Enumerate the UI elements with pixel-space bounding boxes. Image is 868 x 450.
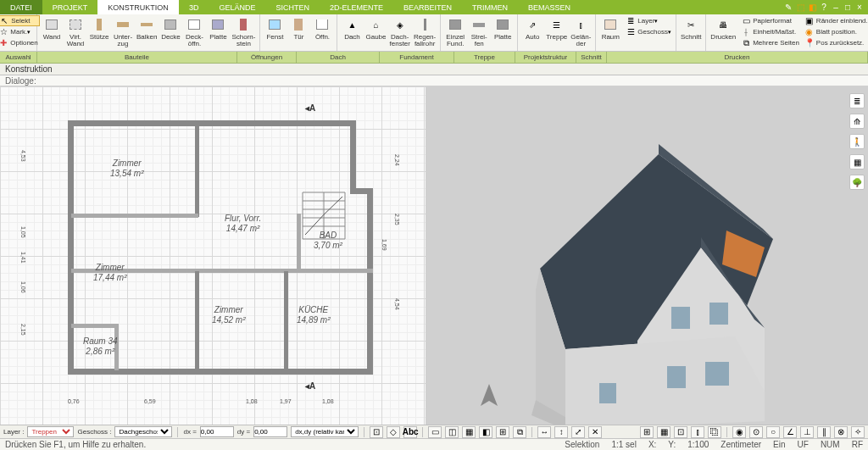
maximize-icon[interactable]: □ <box>843 3 853 13</box>
tab-bearbeiten[interactable]: BEARBEITEN <box>393 0 462 14</box>
platte-button[interactable]: Platte <box>206 15 230 48</box>
help-icon[interactable]: ? <box>819 3 829 13</box>
treppe-button[interactable]: ☰Treppe <box>544 15 569 48</box>
regenfallrohr-button[interactable]: Regen- fallrohr <box>412 15 437 48</box>
tab-bemassen[interactable]: BEMASSEN <box>518 0 581 14</box>
tool-icon[interactable]: ⬚ <box>795 3 805 13</box>
status-sel: 1:1 sel <box>611 440 636 449</box>
tool-icon[interactable]: ⧉ <box>513 426 526 438</box>
tool-icon[interactable]: ◧ <box>479 426 492 438</box>
tab-gelaende[interactable]: GELÄNDE <box>209 0 265 14</box>
einzelfund-button[interactable]: Einzel Fund. <box>443 15 467 48</box>
status-rf: RF <box>852 440 863 449</box>
snap-icon[interactable]: ∠ <box>783 426 797 438</box>
subtab-konstruktion[interactable]: Konstruktion <box>5 64 53 74</box>
tool-icon[interactable]: ✕ <box>588 426 602 438</box>
dachfenster-button[interactable]: ◈Dach- fenster <box>388 15 412 48</box>
balken-button[interactable]: Balken <box>135 15 159 48</box>
dach-button[interactable]: ▲Dach <box>340 15 364 48</box>
dimension: 4,53 <box>20 150 26 162</box>
tool-icon[interactable]: ⤢ <box>571 426 585 438</box>
snap-icon[interactable]: ⊙ <box>749 426 763 438</box>
tab-3d[interactable]: 3D <box>179 0 209 14</box>
papierformat-button[interactable]: ▭Papierformat <box>739 15 801 26</box>
text-icon[interactable]: Abc <box>403 426 417 438</box>
tab-datei[interactable]: DATEI <box>0 0 42 14</box>
snap-icon[interactable]: ◉ <box>732 426 746 438</box>
snap-icon[interactable]: ∥ <box>817 426 831 438</box>
grid-tool-icon[interactable]: ⊞ <box>640 426 654 438</box>
3d-view[interactable]: ≣ ⟰ 🚶 ▦ 🌳 <box>426 86 868 425</box>
virt-wand-button[interactable]: Virt. Wand <box>64 15 87 48</box>
wand-button[interactable]: Wand <box>40 15 64 48</box>
geschoss-button[interactable]: ☰Geschoss▾ <box>624 26 673 37</box>
gelaender-button[interactable]: ⫿Gelän- der <box>569 15 593 48</box>
snap-endpoint-icon[interactable]: ⊡ <box>370 426 383 438</box>
schnitt-button[interactable]: ✂Schnitt <box>679 15 703 42</box>
tool-icon[interactable]: ⊞ <box>496 426 509 438</box>
oeffn-button[interactable]: Öffn. <box>310 15 334 42</box>
pages-icon: ⧉ <box>741 38 751 48</box>
unterzug-button[interactable]: Unter- zug <box>111 15 135 48</box>
snap-icon[interactable]: ○ <box>766 426 780 438</box>
snap-icon[interactable]: ⊥ <box>800 426 814 438</box>
layer-button[interactable]: ≣Layer▾ <box>624 15 673 26</box>
minimize-icon[interactable]: – <box>831 3 841 13</box>
deckoeffn-button[interactable]: Deck- öffn. <box>182 15 206 48</box>
geschoss-label: Geschoss : <box>77 428 111 436</box>
tab-2d-elemente[interactable]: 2D-ELEMENTE <box>320 0 393 14</box>
snap-icon[interactable]: ⊗ <box>834 426 848 438</box>
tab-trimmen[interactable]: TRIMMEN <box>462 0 518 14</box>
tool-icon[interactable]: ✎ <box>783 3 793 13</box>
pos-button[interactable]: 📍Pos zurücksetz. <box>803 37 868 48</box>
tool-icon[interactable]: ◧ <box>807 3 817 13</box>
auto-button[interactable]: ⇗Auto <box>520 15 544 48</box>
snap-icon[interactable]: ✧ <box>851 426 865 438</box>
snap-mid-icon[interactable]: ◇ <box>387 426 400 438</box>
schornstein-button[interactable]: Schorn- stein <box>230 15 257 48</box>
einheit-button[interactable]: ⟊Einheit/Maßst. <box>739 26 801 37</box>
mark-button[interactable]: ☆Mark.▾ <box>0 26 40 37</box>
2d-view[interactable]: Zimmer13,54 m² Zimmer17,44 m² Zimmer14,5… <box>0 86 426 425</box>
tab-sichten[interactable]: SICHTEN <box>265 0 320 14</box>
raender-button[interactable]: ▣Ränder einblend. <box>803 15 868 26</box>
optionen-button[interactable]: ✚Optionen <box>0 37 40 48</box>
dimension: 0,76 <box>68 398 80 404</box>
walk-icon[interactable]: 🚶 <box>849 134 865 149</box>
window-icon <box>266 16 283 33</box>
tool-icon[interactable]: ◫ <box>445 426 459 438</box>
layers-view-icon[interactable]: ≣ <box>849 93 865 108</box>
tuer-button[interactable]: Tür <box>287 15 310 42</box>
grid-tool-icon[interactable]: ▦ <box>657 426 670 438</box>
tab-projekt[interactable]: PROJEKT <box>42 0 98 14</box>
grid-tool-icon[interactable]: ⊡ <box>674 426 687 438</box>
wireframe-icon[interactable]: ▦ <box>849 154 865 169</box>
dxdy-select[interactable]: dx,dy (relativ kartesisch) <box>291 426 359 437</box>
dy-input[interactable] <box>253 426 287 437</box>
mehrere-button[interactable]: ⧉Mehrere Seiten <box>739 37 801 48</box>
grid-tool-icon[interactable]: ⫿ <box>691 426 704 438</box>
tool-icon[interactable]: ▭ <box>428 426 442 438</box>
grid-tool-icon[interactable]: ⿻ <box>708 426 721 438</box>
decke-button[interactable]: Decke <box>159 15 182 48</box>
fenst-button[interactable]: Fenst <box>263 15 287 42</box>
tool-icon[interactable]: ↔ <box>537 426 551 438</box>
gaube-button[interactable]: ⌂Gaube <box>364 15 387 48</box>
mark-icon: ☆ <box>0 27 8 37</box>
tool-icon[interactable]: ↕ <box>554 426 568 438</box>
perspective-icon[interactable]: ⟰ <box>849 114 865 129</box>
layer-select[interactable]: Treppen <box>27 426 74 437</box>
drucken-button[interactable]: 🖶Drucken <box>709 15 737 48</box>
selekt-button[interactable]: ↖Selekt <box>0 15 40 26</box>
close-icon[interactable]: × <box>854 3 865 13</box>
blatt-button[interactable]: ◉Blatt position. <box>803 26 868 37</box>
raum-button[interactable]: Raum <box>598 15 622 42</box>
streifen-button[interactable]: Strei- fen <box>467 15 491 48</box>
geschoss-select[interactable]: Dachgeschoss <box>114 426 172 437</box>
dx-input[interactable] <box>200 426 234 437</box>
stuetze-button[interactable]: Stütze <box>87 15 111 48</box>
tool-icon[interactable]: ▦ <box>462 426 476 438</box>
platte2-button[interactable]: Platte <box>491 15 515 48</box>
tree-icon[interactable]: 🌳 <box>849 175 865 190</box>
tab-konstruktion[interactable]: KONSTRUKTION <box>97 0 179 14</box>
